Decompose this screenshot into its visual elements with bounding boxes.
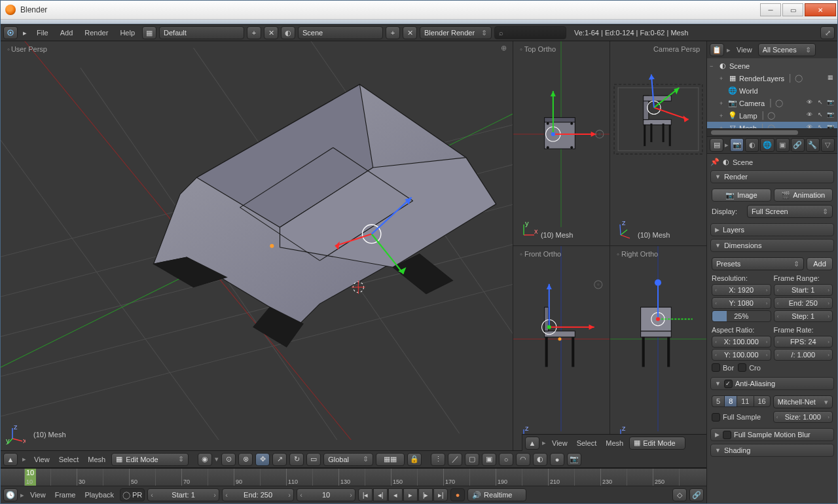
panel-aa-header[interactable]: ▼Anti-Aliasing — [710, 377, 834, 390]
tab-world-icon[interactable]: 🌐 — [760, 138, 774, 152]
tab-constraints-icon[interactable]: 🔗 — [791, 138, 805, 152]
viewport-user-persp[interactable]: ⊕ ◦User Persp — [1, 41, 513, 450]
select-face-icon[interactable]: ▢ — [465, 453, 479, 466]
mode-dropdown[interactable]: ▦Edit Mode — [629, 437, 685, 450]
current-frame-field[interactable]: ‹10› — [297, 488, 355, 501]
delete-screen-button[interactable]: ✕ — [264, 26, 278, 39]
editor-type-icon[interactable]: ▲ — [525, 437, 539, 450]
aa-size-field[interactable]: ‹Size: 1.000› — [773, 411, 833, 423]
tree-row[interactable]: +💡Lamp│ ◯👁↖📷 — [707, 109, 837, 122]
outliner-tree[interactable]: −◐Scene+▦RenderLayers│ ◯▦🌐World+📷Camera│… — [707, 58, 837, 128]
snap-icon[interactable]: ◐ — [533, 453, 547, 466]
frame-start-field[interactable]: ‹Start: 1› — [774, 284, 833, 296]
restrict-eye-icon[interactable]: 👁 — [805, 124, 814, 128]
display-mode-dropdown[interactable]: Full Screen⇕ — [747, 205, 833, 218]
restrict-sel-icon[interactable]: ↖ — [816, 99, 824, 107]
viewport-right-ortho[interactable]: ◦ Right Ortho — [610, 246, 706, 451]
add-screen-button[interactable]: + — [247, 26, 261, 39]
jump-end-icon[interactable]: ▸| — [433, 488, 448, 501]
editor-type-icon[interactable] — [3, 26, 18, 39]
menu-view[interactable]: View — [27, 490, 49, 500]
fps-base-field[interactable]: ‹/: 1.000› — [774, 349, 833, 361]
aspect-y-field[interactable]: ‹Y: 100.000› — [712, 349, 771, 361]
menu-mesh[interactable]: Mesh — [602, 438, 627, 448]
frame-step-field[interactable]: ‹Step: 1› — [774, 310, 833, 322]
play-icon[interactable]: ▸ — [403, 488, 418, 501]
render-preview-icon[interactable]: 📷 — [567, 453, 581, 466]
tree-row[interactable]: 🌐World — [707, 84, 837, 97]
tab-scene-icon[interactable]: ◐ — [745, 138, 759, 152]
outliner-scrollbar[interactable] — [707, 128, 837, 136]
screen-browse-icon[interactable]: ▦ — [142, 26, 156, 39]
limit-visible-icon[interactable]: ▣ — [482, 453, 496, 466]
render-engine-dropdown[interactable]: Blender Render⇕ — [420, 26, 492, 39]
keyframe-next-icon[interactable]: |▸ — [418, 488, 433, 501]
menu-add[interactable]: Add — [56, 27, 78, 39]
maximize-button[interactable]: ▭ — [782, 3, 803, 16]
close-button[interactable]: ✕ — [805, 3, 836, 16]
frame-end-field[interactable]: ‹End: 250› — [222, 488, 294, 501]
falloff-icon[interactable]: ◠ — [516, 453, 530, 466]
auto-keyframe-toggle[interactable]: ● — [450, 488, 465, 501]
marker-icon[interactable]: ◇ — [672, 488, 687, 501]
menu-playback[interactable]: Playback — [81, 490, 117, 500]
tab-data-icon[interactable]: ▽ — [821, 138, 835, 152]
res-y-field[interactable]: ‹Y: 1080› — [712, 297, 771, 309]
tree-row[interactable]: −◐Scene — [707, 60, 837, 72]
editor-type-icon[interactable]: ▲ — [3, 453, 18, 466]
timeline-ruler[interactable]: 10 1030507090110130150170190210230250 — [1, 469, 706, 486]
menu-frame[interactable]: Frame — [52, 490, 79, 500]
preset-add-button[interactable]: Add — [807, 257, 833, 270]
panel-layers-header[interactable]: ▶Layers — [710, 223, 834, 236]
select-edge-icon[interactable]: ／ — [448, 453, 462, 466]
manip-translate-icon[interactable]: ↗ — [272, 453, 287, 466]
full-sample-toggle[interactable]: Full Sample — [712, 413, 771, 422]
aa-filter-dropdown[interactable]: Mitchell-Net▾ — [773, 395, 833, 408]
search-field[interactable]: ⌕ — [494, 26, 566, 39]
aa-enable-toggle[interactable] — [724, 380, 733, 388]
frame-end-field[interactable]: ‹End: 250› — [774, 297, 833, 309]
border-toggle[interactable]: Bor — [712, 363, 734, 372]
pin-icon[interactable]: 📌 — [710, 158, 720, 166]
select-vertex-icon[interactable]: ⋮ — [431, 453, 445, 466]
restrict-eye-icon[interactable]: 👁 — [805, 99, 814, 107]
panel-render-header[interactable]: ▼Render — [710, 170, 834, 183]
editor-type-icon[interactable]: 📋 — [710, 43, 724, 56]
menu-help[interactable]: Help — [115, 27, 139, 39]
add-scene-button[interactable]: + — [386, 26, 400, 39]
crop-toggle[interactable]: Cro — [738, 363, 761, 372]
restrict-ren-icon[interactable]: 📷 — [826, 111, 835, 120]
panel-dimensions-header[interactable]: ▼Dimensions — [710, 239, 834, 252]
aa-sample-8[interactable]: 8 — [724, 395, 737, 407]
render-animation-button[interactable]: 🎬 Animation — [774, 189, 833, 202]
back-to-previous-icon[interactable]: ⤢ — [820, 26, 835, 39]
menu-view[interactable]: View — [733, 45, 756, 55]
preview-range-toggle[interactable]: ◯ PR — [120, 488, 145, 501]
bind-icon[interactable]: 🔗 — [689, 488, 704, 501]
menu-file[interactable]: File — [32, 27, 53, 39]
menu-render[interactable]: Render — [80, 27, 113, 39]
mode-dropdown[interactable]: ▦Edit Mode⇕ — [111, 453, 189, 466]
proportional-edit-icon[interactable]: ○ — [499, 453, 513, 466]
tab-render-icon[interactable]: 📷 — [730, 138, 744, 152]
keyframe-prev-icon[interactable]: ◂| — [373, 488, 388, 501]
manip-scale-icon[interactable]: ▭ — [306, 453, 321, 466]
snap-target-icon[interactable]: ● — [550, 453, 564, 466]
screen-layout-field[interactable]: Default — [159, 26, 244, 39]
aa-sample-16[interactable]: 16 — [754, 395, 771, 407]
restrict-ren-icon[interactable]: 📷 — [826, 99, 835, 107]
jump-start-icon[interactable]: |◂ — [358, 488, 373, 501]
res-x-field[interactable]: ‹X: 1920› — [712, 284, 771, 296]
restrict-sel-icon[interactable]: ↖ — [816, 124, 824, 128]
restrict-sel-icon[interactable]: ↖ — [816, 111, 824, 120]
menu-select[interactable]: Select — [574, 438, 600, 448]
editor-type-icon[interactable]: 🕓 — [3, 488, 18, 501]
aa-samples-segment[interactable]: 581116 — [712, 395, 771, 408]
viewport-camera-persp[interactable]: Camera Persp — [610, 41, 706, 246]
aa-sample-11[interactable]: 11 — [737, 395, 753, 407]
menu-select[interactable]: Select — [56, 454, 82, 465]
sync-mode-dropdown[interactable]: 🔊Realtime — [467, 488, 526, 501]
restrict-eye-icon[interactable]: 👁 — [805, 111, 814, 120]
collapse-toggle-icon[interactable]: ▸ — [20, 26, 29, 39]
layers-button[interactable]: ▦▦ — [376, 453, 405, 466]
